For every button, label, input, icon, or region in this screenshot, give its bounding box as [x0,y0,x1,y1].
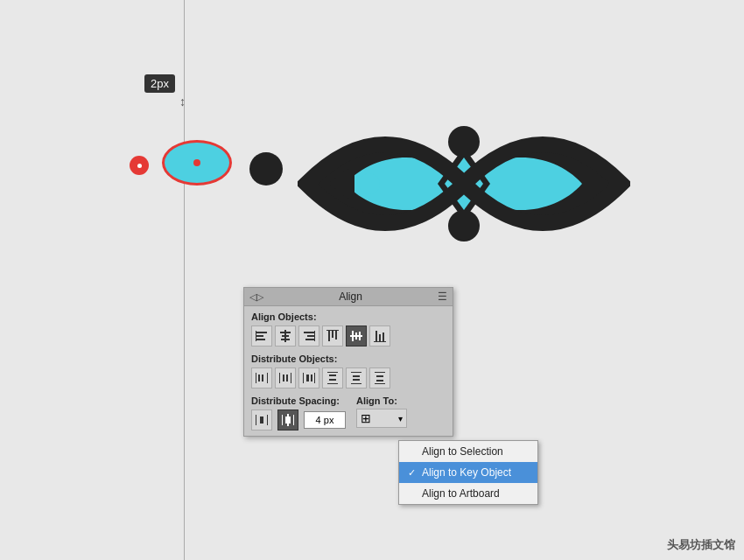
dropdown-item-label-selection: Align to Selection [422,445,503,458]
align-right-btn[interactable] [298,326,319,346]
svg-rect-31 [267,373,268,383]
svg-rect-39 [314,373,315,383]
bottom-section: Distribute Spacing: [251,396,446,430]
svg-rect-37 [286,374,288,382]
svg-rect-8 [256,339,265,340]
svg-rect-52 [376,375,383,377]
distribute-spacing-section: Distribute Spacing: [251,396,346,430]
svg-rect-55 [267,415,268,425]
svg-rect-20 [335,331,337,340]
svg-rect-7 [256,335,263,337]
svg-point-5 [359,173,380,194]
dropdown-arrow: ▾ [398,414,403,424]
svg-rect-28 [383,332,384,341]
svg-rect-60 [287,414,289,426]
dist-bottom-btn[interactable] [369,368,390,388]
panel-body: Align Objects: [244,306,453,436]
svg-rect-40 [306,374,309,382]
align-middle-v-btn[interactable] [346,326,367,346]
svg-rect-47 [351,383,361,384]
spacing-input[interactable] [304,411,346,429]
align-bottom-btn[interactable] [369,326,390,346]
align-left-btn[interactable] [251,326,272,346]
dropdown-item-selection[interactable]: Align to Selection [399,441,537,462]
svg-rect-6 [256,332,267,333]
svg-rect-34 [279,373,280,383]
align-panel: ◁▷ Align ☰ Align Objects: [243,287,453,437]
dist-spacing-h-btn[interactable] [251,410,272,430]
distribute-spacing-label: Distribute Spacing: [251,396,346,406]
align-center-h-btn[interactable] [275,326,296,346]
panel-title: Align [339,290,362,303]
align-to-icon: ⊞ [361,411,371,425]
svg-rect-54 [256,415,256,425]
svg-rect-41 [311,374,312,382]
px-label: 2px [144,74,175,93]
svg-rect-45 [329,379,336,381]
svg-rect-13 [284,330,286,342]
svg-rect-26 [376,331,377,341]
canvas-area: 2px ↕ 头易坊插文馆 ◁▷ Align ☰ [0,0,744,560]
svg-point-2 [448,126,480,158]
svg-rect-29 [374,341,386,342]
svg-rect-33 [262,374,263,382]
svg-rect-36 [283,374,284,382]
align-objects-row [251,326,446,346]
ruler-line [184,0,185,560]
dist-left-btn[interactable] [251,368,272,388]
align-to-dropdown[interactable]: ⊞ ▾ [356,409,407,428]
align-objects-label: Align Objects: [251,312,446,322]
svg-rect-30 [256,373,256,383]
svg-rect-42 [327,372,338,373]
collapse-icon[interactable]: ◁▷ [249,291,263,303]
svg-point-3 [448,210,480,242]
distribute-objects-row [251,368,446,388]
dist-center-v-btn[interactable] [346,368,367,388]
align-to-dropdown-menu: Align to Selection ✓ Align to Key Object… [398,440,538,505]
svg-rect-49 [353,379,360,381]
svg-rect-32 [258,374,260,382]
dist-top-btn[interactable] [322,368,343,388]
svg-rect-19 [332,331,333,338]
dropdown-item-artboard[interactable]: Align to Artboard [399,483,537,504]
dist-auto-space-btn[interactable] [277,410,298,430]
distribute-spacing-row [251,410,346,430]
distribute-objects-label: Distribute Objects: [251,354,446,364]
svg-rect-57 [282,415,283,425]
ellipse-shape [162,140,232,186]
dark-circle [249,152,283,186]
dist-right-btn[interactable] [298,368,319,388]
svg-rect-21 [326,330,339,331]
svg-rect-17 [314,331,315,341]
svg-rect-35 [291,373,291,383]
eye-icon [298,88,630,280]
dropdown-item-key-object[interactable]: ✓ Align to Key Object [399,462,537,483]
align-top-btn[interactable] [322,326,343,346]
arrow-indicator: ↕ [179,94,186,108]
svg-rect-56 [260,416,263,424]
svg-rect-18 [328,331,330,341]
svg-rect-53 [376,380,383,382]
svg-rect-9 [256,331,256,341]
svg-rect-48 [353,375,360,377]
svg-rect-51 [375,383,385,384]
svg-rect-44 [329,374,336,376]
svg-rect-15 [307,335,314,337]
svg-rect-58 [293,415,294,425]
align-to-label: Align To: [356,396,407,406]
svg-rect-43 [327,383,338,384]
small-red-circle [130,156,149,175]
svg-rect-50 [375,372,385,373]
svg-rect-16 [305,339,314,340]
svg-rect-46 [351,372,361,373]
svg-rect-27 [379,334,381,341]
dropdown-item-label-key-object: Align to Key Object [422,466,511,479]
dist-center-h-btn[interactable] [275,368,296,388]
watermark: 头易坊插文馆 [667,537,735,553]
svg-rect-38 [303,373,304,383]
svg-rect-14 [304,332,314,333]
svg-rect-25 [350,335,362,337]
panel-menu-icon[interactable]: ☰ [438,290,447,303]
ellipse-inner-dot [193,159,200,166]
check-key-object: ✓ [408,467,418,479]
